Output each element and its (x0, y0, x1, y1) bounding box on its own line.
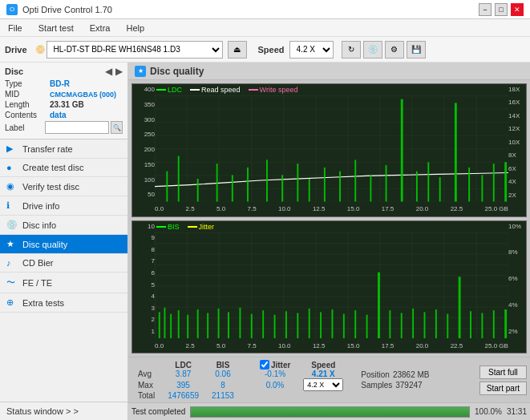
ldc-chart-legend: LDC Read speed Write speed (156, 86, 297, 94)
sidebar-item-transfer-rate[interactable]: ▶ Transfer rate (0, 139, 127, 159)
svg-rect-41 (285, 311, 287, 338)
svg-rect-16 (386, 165, 387, 201)
drive-info-icon: ℹ (6, 200, 18, 211)
sidebar-item-create-test-disc[interactable]: ● Create test disc (0, 159, 127, 177)
stats-total-label: Total (131, 391, 161, 400)
disc-info-label: Disc info (22, 220, 56, 230)
verify-test-disc-icon: ◉ (6, 181, 18, 192)
disc-label-input[interactable] (45, 121, 109, 134)
start-part-button[interactable]: Start part (479, 382, 527, 395)
bis-x-axis: 0.0 2.5 5.0 7.5 10.0 12.5 15.0 17.5 20.0… (155, 338, 508, 353)
svg-rect-15 (370, 175, 371, 201)
sidebar-item-disc-info[interactable]: 💿 Disc info (0, 216, 127, 235)
legend-bis: BIS (156, 223, 180, 231)
action-buttons: Start full Start part (479, 365, 527, 395)
ldc-y-axis-right: 18X 16X 14X 12X 10X 8X 6X 4X 2X (508, 84, 526, 200)
drive-select[interactable]: HL-DT-ST BD-RE WH16NS48 1.D3 (47, 41, 223, 59)
disc-type-field: Type BD-R (5, 79, 123, 88)
svg-rect-43 (309, 308, 310, 338)
svg-rect-21 (455, 103, 457, 201)
disc-icon-btn[interactable]: 💿 (363, 41, 382, 59)
minimize-button[interactable]: − (479, 3, 492, 16)
stats-avg-jitter: -0.1% (253, 370, 297, 378)
disc-right-icon[interactable]: ▶ (115, 66, 123, 77)
stats-total-ldc: 1476659 (161, 391, 205, 400)
bis-chart: BIS Jitter 10 9 8 7 6 5 4 3 (131, 220, 527, 354)
svg-rect-42 (297, 313, 298, 338)
disc-type-value: BD-R (50, 79, 70, 88)
svg-rect-37 (239, 307, 241, 338)
disc-label-label: Label (5, 123, 45, 132)
svg-rect-28 (159, 312, 160, 338)
drive-bar: Drive 📀 HL-DT-ST BD-RE WH16NS48 1.D3 ⏏ S… (0, 37, 530, 63)
svg-rect-25 (504, 162, 507, 201)
disc-left-icon[interactable]: ◀ (105, 66, 112, 77)
svg-rect-12 (324, 168, 326, 202)
menu-extra[interactable]: Extra (85, 22, 115, 34)
svg-rect-3 (178, 156, 180, 202)
app-title: Opti Drive Control 1.70 (22, 5, 112, 14)
svg-rect-58 (481, 313, 483, 338)
menu-start-test[interactable]: Start test (34, 22, 79, 34)
disc-contents-value: data (50, 111, 67, 119)
maximize-button[interactable]: □ (495, 3, 508, 16)
main-area: Disc ◀ ▶ Type BD-R MID CMCMAGBA5 (000) L… (0, 63, 530, 420)
drive-label: Drive (5, 45, 27, 55)
speed-label: Speed (258, 45, 285, 55)
save-icon-btn[interactable]: 💾 (407, 41, 426, 59)
progress-area: Test completed 100.0% 31:31 (128, 402, 530, 420)
svg-rect-51 (401, 313, 403, 338)
svg-rect-4 (197, 179, 199, 201)
menu-file[interactable]: File (3, 22, 27, 34)
sidebar-item-cd-bier[interactable]: ♪ CD Bier (0, 254, 127, 273)
disc-label-field: Label 🔍 (5, 121, 123, 134)
sidebar: Disc ◀ ▶ Type BD-R MID CMCMAGBA5 (000) L… (0, 63, 128, 420)
content-area: ★ Disc quality LDC Read speed (128, 63, 530, 420)
verify-test-disc-label: Verify test disc (22, 182, 79, 192)
ldc-x-axis: 0.0 2.5 5.0 7.5 10.0 12.5 15.0 17.5 20.0… (155, 202, 508, 216)
svg-rect-44 (320, 312, 322, 338)
sidebar-item-disc-quality[interactable]: ★ Disc quality (0, 235, 127, 254)
progress-bar (190, 406, 470, 418)
stats-area: LDC BIS Jitter Speed A (128, 357, 530, 402)
disc-quality-icon: ★ (6, 239, 18, 249)
svg-rect-2 (166, 172, 168, 202)
status-text: Test completed (131, 407, 185, 416)
speed-select[interactable]: 4.2 X (289, 41, 334, 59)
jitter-checkbox[interactable] (260, 360, 269, 370)
legend-write-speed: Write speed (249, 86, 298, 94)
sidebar-item-drive-info[interactable]: ℹ Drive info (0, 196, 127, 216)
charts-area: LDC Read speed Write speed 400 350 300 (128, 80, 530, 357)
disc-panel-header: Disc ◀ ▶ (5, 66, 123, 77)
legend-ldc-label: LDC (168, 86, 182, 94)
menu-help[interactable]: Help (121, 22, 149, 34)
svg-rect-13 (339, 172, 341, 202)
svg-rect-52 (412, 308, 414, 338)
drive-action-icons: ↻ 💿 ⚙ 💾 (342, 41, 426, 59)
close-button[interactable]: ✕ (511, 3, 524, 16)
disc-label-btn[interactable]: 🔍 (111, 121, 123, 134)
disc-mid-value: CMCMAGBA5 (000) (50, 91, 116, 99)
refresh-icon-btn[interactable]: ↻ (342, 41, 361, 59)
disc-quality-header: ★ Disc quality (128, 63, 530, 80)
stats-header-ldc: LDC (161, 360, 205, 370)
stats-avg-ldc: 3.87 (161, 370, 205, 378)
svg-rect-24 (493, 164, 495, 201)
speed-select-stats[interactable]: 4.2 X (303, 378, 343, 391)
svg-rect-57 (470, 311, 471, 338)
sidebar-item-verify-test-disc[interactable]: ◉ Verify test disc (0, 177, 127, 196)
drive-info-label: Drive info (22, 201, 59, 211)
ldc-chart-svg (155, 95, 508, 202)
cd-bier-icon: ♪ (6, 258, 18, 268)
stats-avg-label: Avg (131, 370, 161, 378)
svg-rect-5 (216, 164, 218, 201)
sidebar-item-fe-te[interactable]: 〜 FE / TE (0, 273, 127, 293)
status-window-label: Status window > > (6, 406, 79, 416)
settings-icon-btn[interactable]: ⚙ (385, 41, 404, 59)
svg-rect-9 (281, 175, 283, 201)
samples-row: Samples 379247 (361, 381, 429, 390)
status-window-button[interactable]: Status window > > (0, 402, 127, 420)
start-full-button[interactable]: Start full (479, 365, 527, 379)
sidebar-item-extra-tests[interactable]: ⊕ Extra tests (0, 293, 127, 313)
eject-button[interactable]: ⏏ (228, 41, 247, 59)
